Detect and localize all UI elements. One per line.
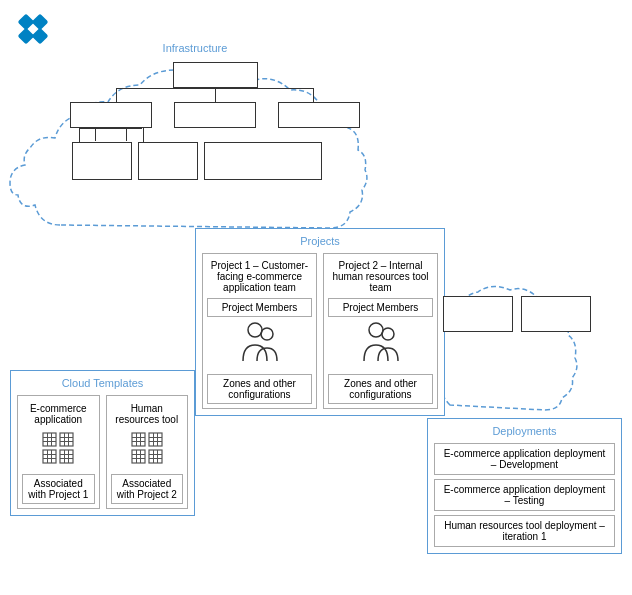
deployment-item-3: Human resources tool deployment – iterat… <box>434 515 615 547</box>
deploy-box-1 <box>443 296 513 332</box>
svg-rect-23 <box>47 450 48 463</box>
svg-rect-18 <box>64 433 65 446</box>
svg-rect-32 <box>132 441 145 442</box>
svg-rect-24 <box>51 450 52 463</box>
svg-rect-48 <box>153 450 154 463</box>
svg-rect-30 <box>132 433 145 446</box>
svg-point-6 <box>248 323 262 337</box>
svg-rect-37 <box>149 441 162 442</box>
svg-text:Infrastructure: Infrastructure <box>163 42 228 54</box>
svg-rect-28 <box>64 450 65 463</box>
svg-rect-42 <box>132 458 145 459</box>
svg-rect-25 <box>60 450 73 463</box>
project2-members: Project Members <box>328 298 433 317</box>
cloud-templates-panel: Cloud Templates E-commerce application <box>10 370 195 516</box>
cloud-templates-title: Cloud Templates <box>17 377 188 389</box>
infrastructure-tree <box>70 62 360 180</box>
svg-rect-39 <box>157 433 158 446</box>
svg-point-9 <box>382 328 394 340</box>
templates-row: E-commerce application <box>17 395 188 509</box>
svg-rect-17 <box>60 441 73 442</box>
template1-assoc: Associated with Project 1 <box>22 474 95 504</box>
svg-rect-43 <box>136 450 137 463</box>
svg-rect-20 <box>43 450 56 463</box>
svg-rect-46 <box>149 454 162 455</box>
project2-icon <box>328 321 433 370</box>
deployments-panel: Deployments E-commerce application deplo… <box>427 418 622 554</box>
svg-rect-16 <box>60 437 73 438</box>
template2-card: Human resources tool <box>106 395 189 509</box>
project2-zones: Zones and other configurations <box>328 374 433 404</box>
svg-rect-47 <box>149 458 162 459</box>
template1-name: E-commerce application <box>22 400 95 428</box>
project2-name: Project 2 – Internal human resources too… <box>328 258 433 294</box>
svg-rect-21 <box>43 454 56 455</box>
svg-point-8 <box>369 323 383 337</box>
projects-title: Projects <box>202 235 438 247</box>
template2-name: Human resources tool <box>111 400 184 428</box>
project1-card: Project 1 – Customer-facing e-commerce a… <box>202 253 317 409</box>
deployment-item-1: E-commerce application deployment – Deve… <box>434 443 615 475</box>
project1-icon <box>207 321 312 370</box>
svg-rect-14 <box>51 433 52 446</box>
svg-rect-10 <box>43 433 56 446</box>
template2-assoc: Associated with Project 2 <box>111 474 184 504</box>
app-logo <box>12 12 56 56</box>
project1-name: Project 1 – Customer-facing e-commerce a… <box>207 258 312 294</box>
template2-icon <box>111 432 184 470</box>
project1-members: Project Members <box>207 298 312 317</box>
svg-rect-49 <box>157 450 158 463</box>
deployment-item-2: E-commerce application deployment – Test… <box>434 479 615 511</box>
svg-rect-29 <box>68 450 69 463</box>
deployments-title: Deployments <box>434 425 615 437</box>
svg-rect-44 <box>140 450 141 463</box>
svg-point-7 <box>261 328 273 340</box>
project1-zones: Zones and other configurations <box>207 374 312 404</box>
svg-rect-22 <box>43 458 56 459</box>
svg-rect-26 <box>60 454 73 455</box>
project2-card: Project 2 – Internal human resources too… <box>323 253 438 409</box>
svg-rect-35 <box>149 433 162 446</box>
svg-rect-36 <box>149 437 162 438</box>
template1-icon <box>22 432 95 470</box>
svg-rect-19 <box>68 433 69 446</box>
svg-rect-15 <box>60 433 73 446</box>
deploy-box-2 <box>521 296 591 332</box>
template1-card: E-commerce application <box>17 395 100 509</box>
svg-rect-38 <box>153 433 154 446</box>
svg-rect-31 <box>132 437 145 438</box>
svg-rect-12 <box>43 441 56 442</box>
projects-panel: Projects Project 1 – Customer-facing e-c… <box>195 228 445 416</box>
projects-row: Project 1 – Customer-facing e-commerce a… <box>202 253 438 409</box>
svg-rect-11 <box>43 437 56 438</box>
svg-rect-33 <box>136 433 137 446</box>
svg-rect-13 <box>47 433 48 446</box>
svg-rect-27 <box>60 458 73 459</box>
deploy-cloud-boxes <box>443 296 618 332</box>
svg-rect-34 <box>140 433 141 446</box>
svg-rect-40 <box>132 450 145 463</box>
svg-rect-45 <box>149 450 162 463</box>
svg-rect-41 <box>132 454 145 455</box>
